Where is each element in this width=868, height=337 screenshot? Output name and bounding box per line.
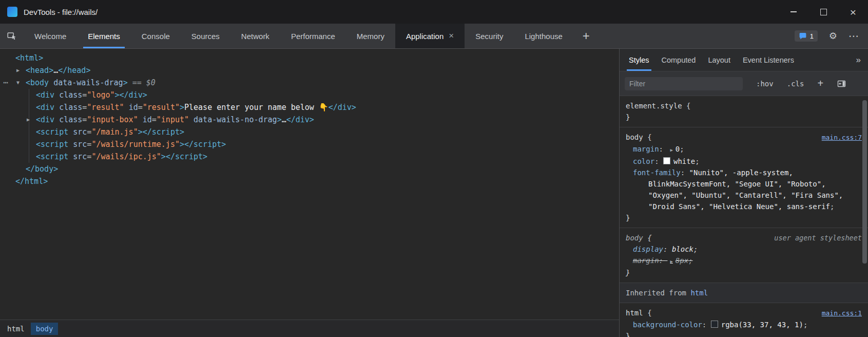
syntax-token bbox=[68, 152, 73, 161]
css-selector[interactable]: html bbox=[626, 309, 643, 317]
css-declaration[interactable]: font-family: "Nunito", -apple-system, Bl… bbox=[620, 167, 868, 212]
punctuation: : bbox=[663, 245, 672, 253]
dom-tree-row[interactable]: ▶<head>…</head> bbox=[0, 64, 619, 77]
css-property-value[interactable]: block bbox=[672, 245, 693, 253]
syntax-token: class bbox=[59, 115, 82, 124]
stylesheet-link[interactable]: main.css:1 bbox=[822, 308, 862, 319]
expand-shorthand-icon[interactable]: ▶ bbox=[670, 147, 672, 153]
tab-security[interactable]: Security bbox=[465, 24, 514, 48]
inherited-node-link[interactable]: html bbox=[690, 289, 708, 297]
dom-tree-row[interactable]: </html> bbox=[0, 175, 619, 188]
styles-filter-input[interactable] bbox=[625, 77, 743, 90]
sidebar-tab-event-listeners[interactable]: Event Listeners bbox=[737, 49, 800, 71]
tab-welcome[interactable]: Welcome bbox=[24, 24, 77, 48]
css-property-name[interactable]: color bbox=[633, 157, 654, 165]
maximize-button[interactable] bbox=[808, 0, 838, 24]
dom-tree-row[interactable]: <div class="result" id="result">Please e… bbox=[0, 101, 619, 114]
close-button[interactable]: × bbox=[838, 0, 868, 24]
css-property-name[interactable]: margin bbox=[633, 145, 659, 153]
color-swatch[interactable] bbox=[663, 157, 670, 164]
element-classes-button[interactable]: .cls bbox=[787, 80, 804, 88]
breadcrumb-body[interactable]: body bbox=[31, 323, 59, 335]
add-panel-button[interactable]: + bbox=[573, 24, 599, 48]
toggle-hover-state-button[interactable]: :hov bbox=[756, 80, 774, 88]
sidebar-tab-styles[interactable]: Styles bbox=[623, 49, 655, 71]
syntax-token: </script> bbox=[184, 140, 226, 149]
css-declaration[interactable]: display: block; bbox=[620, 244, 868, 255]
syntax-token: </div> bbox=[120, 90, 147, 100]
syntax-token: Please enter your name below bbox=[184, 103, 319, 112]
settings-gear-icon[interactable]: ⚙ bbox=[829, 30, 837, 42]
expand-shorthand-icon[interactable]: ▶ bbox=[670, 259, 672, 264]
css-rule: body {main.css:7margin: ▶0;color: white;… bbox=[620, 127, 868, 228]
dom-tree-row[interactable]: ⋯▼<body data-wails-drag> == $0 bbox=[0, 77, 619, 89]
css-selector[interactable]: body bbox=[626, 234, 643, 242]
tab-label: Memory bbox=[357, 32, 384, 41]
dom-tree-row[interactable]: <script src="/wails/runtime.js"></script… bbox=[0, 138, 619, 151]
panel-toolbar: WelcomeElementsConsoleSourcesNetworkPerf… bbox=[0, 24, 868, 49]
css-selector[interactable]: element.style bbox=[626, 102, 682, 110]
syntax-token bbox=[189, 115, 194, 124]
new-style-rule-button[interactable]: + bbox=[817, 78, 823, 89]
tab-lighthouse[interactable]: Lighthouse bbox=[514, 24, 573, 48]
computed-sidebar-toggle-icon[interactable] bbox=[837, 79, 846, 88]
more-options-icon[interactable]: ⋯ bbox=[848, 30, 859, 42]
syntax-token: </html> bbox=[15, 177, 48, 186]
expand-collapsed-icon[interactable]: ▶ bbox=[27, 114, 30, 126]
css-property-value[interactable]: rgba(33, 37, 43, 1) bbox=[721, 321, 803, 329]
css-declaration[interactable]: color: white; bbox=[620, 156, 868, 167]
tab-network[interactable]: Network bbox=[230, 24, 280, 48]
css-property-value[interactable]: 8px bbox=[676, 256, 688, 265]
tab-elements[interactable]: Elements bbox=[77, 24, 131, 48]
stylesheet-link[interactable]: main.css:7 bbox=[822, 132, 862, 143]
css-selector[interactable]: body bbox=[626, 133, 643, 141]
tab-sources[interactable]: Sources bbox=[181, 24, 230, 48]
dom-tree: <html>▶<head>…</head>⋯▼<body data-wails-… bbox=[0, 49, 619, 320]
rule-close-brace: } bbox=[620, 267, 868, 278]
panel-tab-strip: WelcomeElementsConsoleSourcesNetworkPerf… bbox=[24, 24, 573, 48]
syntax-token: <script bbox=[36, 127, 68, 137]
sidebar-tab-layout[interactable]: Layout bbox=[702, 49, 737, 71]
punctuation: { bbox=[643, 309, 652, 317]
syntax-token: > bbox=[123, 78, 128, 87]
css-declaration[interactable]: margin: ▶0; bbox=[620, 143, 868, 156]
tab-application[interactable]: Application× bbox=[395, 24, 465, 48]
minimize-button[interactable] bbox=[779, 0, 808, 24]
expand-collapsed-icon[interactable]: ▶ bbox=[16, 64, 20, 77]
css-property-name[interactable]: margin bbox=[633, 256, 659, 265]
css-property-name[interactable]: display bbox=[633, 245, 663, 253]
css-declaration[interactable]: background-color: rgba(33, 37, 43, 1); bbox=[620, 319, 868, 330]
more-sidebar-tabs-icon[interactable]: » bbox=[849, 49, 868, 71]
breadcrumb-html[interactable]: html bbox=[2, 323, 30, 335]
syntax-token: data-wails-no-drag bbox=[194, 115, 277, 124]
syntax-token: > bbox=[138, 127, 143, 137]
tab-label: Welcome bbox=[34, 32, 66, 41]
tab-performance[interactable]: Performance bbox=[280, 24, 346, 48]
close-tab-icon[interactable]: × bbox=[449, 31, 454, 41]
dom-tree-row[interactable]: <script src="/wails/ipc.js"></script> bbox=[0, 151, 619, 163]
row-menu-icon[interactable]: ⋯ bbox=[3, 77, 8, 89]
dom-tree-row[interactable]: <html> bbox=[0, 52, 619, 64]
css-property-name[interactable]: background-color bbox=[633, 321, 702, 329]
dom-tree-row[interactable]: <div class="logo"></div> bbox=[0, 89, 619, 101]
syntax-token bbox=[54, 90, 59, 100]
dom-tree-row[interactable]: ▶<div class="input-box" id="input" data-… bbox=[0, 114, 619, 126]
declaration-text: color: white; bbox=[633, 157, 700, 165]
expand-expanded-icon[interactable]: ▼ bbox=[16, 77, 20, 89]
css-property-name[interactable]: font-family bbox=[633, 168, 681, 177]
dom-tree-row[interactable]: </body> bbox=[0, 163, 619, 175]
sidebar-tab-computed[interactable]: Computed bbox=[655, 49, 702, 71]
inspect-element-button[interactable] bbox=[0, 24, 24, 48]
css-declaration[interactable]: margin: ▶8px; bbox=[620, 255, 868, 267]
css-property-value[interactable]: white bbox=[673, 157, 695, 165]
feedback-button[interactable]: 1 bbox=[795, 30, 818, 42]
scrollbar-thumb[interactable] bbox=[862, 100, 867, 264]
dom-tree-row[interactable]: <script src="/main.js"></script> bbox=[0, 126, 619, 138]
syntax-token: = bbox=[82, 103, 87, 112]
color-swatch[interactable] bbox=[711, 321, 718, 328]
tab-memory[interactable]: Memory bbox=[346, 24, 395, 48]
css-rule: body {user agent stylesheetdisplay: bloc… bbox=[620, 228, 868, 283]
elements-panel: <html>▶<head>…</head>⋯▼<body data-wails-… bbox=[0, 49, 619, 337]
css-rule: html {main.css:1background-color: rgba(3… bbox=[620, 303, 868, 337]
tab-console[interactable]: Console bbox=[131, 24, 181, 48]
